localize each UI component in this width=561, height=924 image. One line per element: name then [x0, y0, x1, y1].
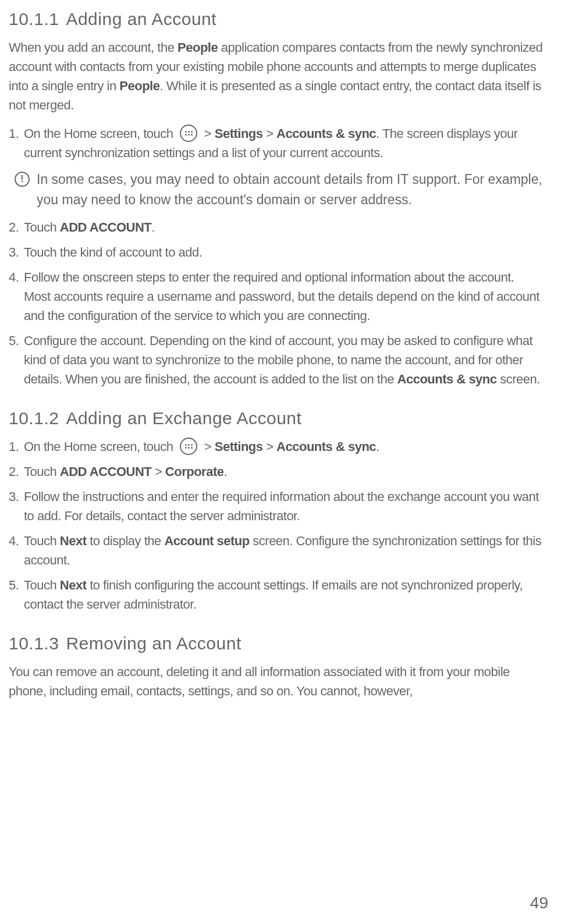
btn-add-account: ADD ACCOUNT: [60, 464, 151, 479]
step-4: Touch Next to display the Account setup …: [9, 531, 544, 570]
app-name-people: People: [177, 40, 218, 55]
step-3: Follow the instructions and enter the re…: [9, 487, 544, 525]
step-1: On the Home screen, touch > Settings > A…: [9, 437, 544, 456]
btn-next: Next: [60, 578, 87, 592]
menu-accounts-sync: Accounts & sync: [276, 126, 376, 141]
step-2: Touch ADD ACCOUNT.: [9, 218, 544, 237]
menu-settings: Settings: [215, 439, 263, 454]
intro-paragraph-removing: You can remove an account, deleting it a…: [9, 662, 544, 701]
steps-list-2: On the Home screen, touch > Settings > A…: [9, 437, 544, 614]
section-title: Adding an Account: [66, 9, 216, 29]
section-number: 10.1.3: [9, 634, 59, 653]
btn-next: Next: [60, 534, 87, 548]
step-4: Follow the onscreen steps to enter the r…: [9, 268, 544, 325]
section-heading-removing-account: 10.1.3Removing an Account: [9, 630, 544, 656]
menu-accounts-sync: Accounts & sync: [276, 439, 376, 454]
intro-paragraph: When you add an account, the People appl…: [9, 38, 544, 115]
note-block: ! In some cases, you may need to obtain …: [9, 169, 544, 209]
section-title: Adding an Exchange Account: [66, 408, 301, 428]
steps-list-1-cont: Touch ADD ACCOUNT. Touch the kind of acc…: [9, 218, 544, 389]
section-title: Removing an Account: [66, 634, 241, 653]
app-name-people: People: [119, 79, 159, 93]
step-5: Touch Next to finish configuring the acc…: [9, 575, 544, 614]
step-1: On the Home screen, touch > Settings > A…: [9, 124, 544, 162]
section-heading-adding-account: 10.1.1Adding an Account: [9, 6, 544, 32]
option-corporate: Corporate: [165, 464, 224, 479]
section-number: 10.1.2: [9, 408, 59, 428]
btn-add-account: ADD ACCOUNT: [60, 220, 151, 234]
menu-settings: Settings: [215, 126, 263, 141]
info-alert-icon: !: [15, 172, 30, 187]
step-5: Configure the account. Depending on the …: [9, 331, 544, 389]
screen-account-setup: Account setup: [164, 534, 249, 548]
page-number: 49: [530, 891, 548, 915]
step-3: Touch the kind of account to add.: [9, 243, 544, 262]
section-heading-exchange-account: 10.1.2Adding an Exchange Account: [9, 405, 544, 431]
note-text: In some cases, you may need to obtain ac…: [37, 169, 544, 209]
section-number: 10.1.1: [9, 9, 59, 29]
apps-grid-icon: [180, 438, 197, 455]
apps-grid-icon: [180, 125, 197, 142]
screen-accounts-sync: Accounts & sync: [397, 372, 497, 386]
steps-list-1: On the Home screen, touch > Settings > A…: [9, 124, 544, 162]
step-2: Touch ADD ACCOUNT > Corporate.: [9, 462, 544, 481]
